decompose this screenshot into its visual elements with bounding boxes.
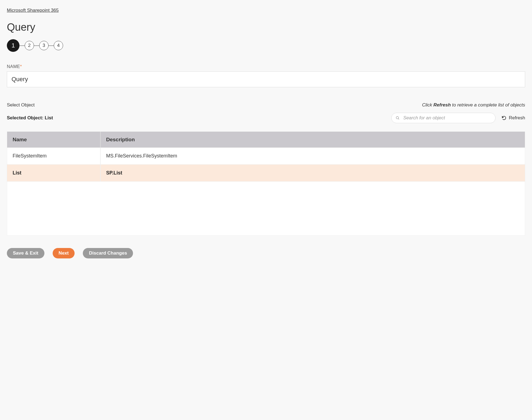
- breadcrumb-link[interactable]: Microsoft Sharepoint 365: [7, 8, 59, 13]
- cell-description: SP.List: [100, 165, 525, 182]
- svg-line-1: [398, 119, 399, 119]
- search-box[interactable]: [391, 113, 496, 123]
- next-button[interactable]: Next: [53, 248, 75, 258]
- name-field-label: NAME*: [7, 64, 525, 69]
- search-input[interactable]: [403, 115, 491, 121]
- step-connector: [19, 46, 25, 46]
- refresh-icon: [502, 115, 506, 120]
- save-exit-button[interactable]: Save & Exit: [7, 248, 44, 258]
- table-header-description[interactable]: Description: [100, 132, 525, 148]
- step-4[interactable]: 4: [54, 41, 63, 50]
- required-asterisk: *: [20, 64, 22, 69]
- cell-description: MS.FileServices.FileSystemItem: [100, 148, 525, 165]
- cell-name: List: [7, 165, 100, 182]
- selected-object-prefix: Selected Object:: [7, 115, 45, 120]
- svg-point-0: [396, 117, 399, 119]
- name-label-text: NAME: [7, 64, 20, 69]
- table-row[interactable]: ListSP.List: [7, 165, 525, 182]
- step-connector: [49, 46, 54, 46]
- search-icon: [395, 116, 400, 120]
- discard-changes-button[interactable]: Discard Changes: [83, 248, 133, 258]
- page-title: Query: [7, 21, 525, 33]
- refresh-label: Refresh: [509, 115, 525, 121]
- refresh-hint: Click Refresh to retrieve a complete lis…: [422, 102, 525, 108]
- stepper: 1234: [7, 39, 525, 52]
- hint-suffix: to retrieve a complete list of objects: [451, 102, 525, 108]
- hint-bold: Refresh: [434, 102, 451, 108]
- hint-prefix: Click: [422, 102, 434, 108]
- refresh-button[interactable]: Refresh: [502, 115, 525, 121]
- cell-name: FileSystemItem: [7, 148, 100, 165]
- selected-object-text: Selected Object: List: [7, 115, 53, 121]
- table-header-name[interactable]: Name: [7, 132, 100, 148]
- step-2[interactable]: 2: [25, 41, 34, 50]
- step-connector: [34, 46, 39, 46]
- name-input[interactable]: [7, 71, 525, 87]
- object-table: Name Description FileSystemItemMS.FileSe…: [7, 131, 525, 236]
- step-1[interactable]: 1: [7, 39, 19, 52]
- step-3[interactable]: 3: [39, 41, 49, 50]
- select-object-label: Select Object: [7, 102, 35, 108]
- table-row[interactable]: FileSystemItemMS.FileServices.FileSystem…: [7, 148, 525, 165]
- selected-object-value: List: [45, 115, 53, 120]
